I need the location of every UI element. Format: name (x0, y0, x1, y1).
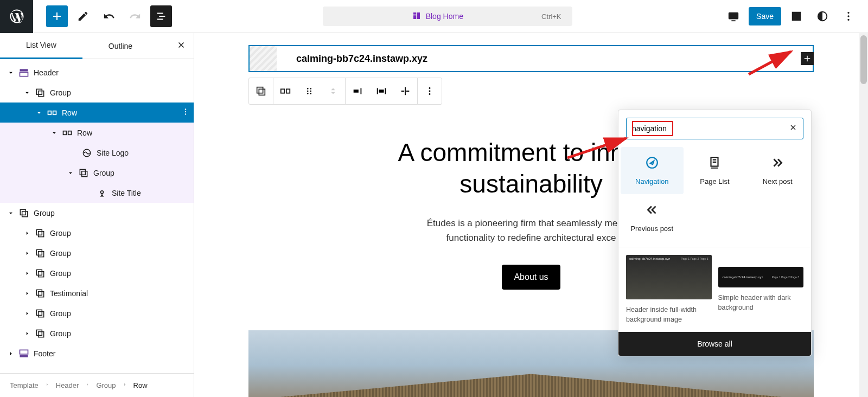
tree-item-label: Site Title (112, 189, 141, 197)
sidebar-tabs: List View Outline (0, 33, 194, 59)
styles-button[interactable] (812, 5, 833, 27)
undo-button[interactable] (98, 5, 120, 27)
justify-button[interactable] (346, 78, 369, 104)
list-view-toggle[interactable] (150, 5, 172, 27)
editor-canvas[interactable]: calming-bb7c24.instawp.xyz (194, 33, 868, 397)
block-toolbar (248, 78, 442, 105)
tree-item-row-selected[interactable]: Row (0, 103, 194, 123)
inserter-block-page-list[interactable]: Page List (684, 147, 746, 194)
svg-rect-7 (36, 89, 42, 94)
chevron-down-icon (67, 169, 74, 177)
tree-item-row[interactable]: Row (0, 123, 194, 143)
shortcut-hint: Ctrl+K (541, 12, 561, 21)
svg-point-51 (429, 87, 431, 89)
pages-icon (707, 156, 722, 170)
save-button[interactable]: Save (749, 7, 781, 25)
tree-item-group[interactable]: Group (0, 243, 194, 263)
tree-item-group[interactable]: Group (0, 82, 194, 103)
undo-icon (103, 10, 115, 22)
document-title-label: Blog Home (426, 12, 463, 21)
tree-item-header[interactable]: Header (0, 62, 194, 82)
view-button[interactable] (723, 5, 744, 27)
svg-rect-21 (22, 211, 28, 216)
breadcrumb-item[interactable]: Group (96, 381, 116, 389)
site-logo-placeholder[interactable] (250, 46, 277, 71)
svg-rect-24 (36, 249, 42, 255)
inserter-pattern-2[interactable]: calming-bb7c24.instawp.xyzPage 1 Page 2 … (718, 255, 804, 324)
row-icon (279, 85, 291, 97)
block-inserter-popover: Navigation Page List Next post Previous … (618, 110, 812, 356)
tree-item-group[interactable]: Group (0, 163, 194, 183)
clear-search-button[interactable] (789, 123, 797, 134)
inserter-pattern-1[interactable]: calming-bb7c24.instawp.xyzPage 1 Page 2 … (626, 255, 712, 324)
sidebar-close-button[interactable] (176, 40, 186, 52)
inserter-search-field[interactable] (626, 118, 803, 139)
tab-outline[interactable]: Outline (82, 33, 158, 59)
browse-all-button[interactable]: Browse all (618, 332, 811, 356)
document-title-button[interactable]: Blog Home Ctrl+K (323, 7, 572, 26)
block-appender-button[interactable] (801, 52, 814, 65)
svg-rect-10 (53, 111, 56, 114)
block-tree: Header Group Row Row Site Logo (0, 59, 194, 373)
group-block-icon (35, 288, 46, 299)
wordpress-icon (9, 8, 25, 24)
tree-item-group[interactable]: Group (0, 203, 194, 223)
plus-icon (50, 10, 63, 23)
chevron-down-icon (23, 89, 31, 97)
tree-item-footer[interactable]: Footer (0, 343, 194, 363)
inserter-block-label: Previous post (630, 225, 673, 233)
pencil-icon (77, 10, 89, 22)
redo-button[interactable] (124, 5, 146, 27)
more-vertical-icon (181, 107, 190, 117)
wp-logo-button[interactable] (0, 0, 33, 33)
tree-item-site-title[interactable]: Site Title (0, 183, 194, 203)
inserter-block-next-post[interactable]: Next post (746, 147, 809, 194)
tree-item-label: Group (50, 249, 71, 258)
tree-item-label: Group (50, 88, 71, 97)
svg-rect-25 (39, 251, 44, 257)
scrollbar-thumb[interactable] (860, 35, 867, 84)
inserter-block-label: Next post (763, 177, 793, 185)
breadcrumb-item[interactable]: Template (10, 381, 39, 389)
block-type-button[interactable] (249, 78, 273, 104)
options-button[interactable] (838, 5, 859, 27)
tab-list-view[interactable]: List View (0, 33, 82, 59)
inserter-block-navigation[interactable]: Navigation (621, 147, 684, 194)
tools-button[interactable] (72, 5, 94, 27)
tree-item-testimonial[interactable]: Testimonial (0, 283, 194, 303)
inserter-block-label: Page List (700, 177, 729, 185)
group-block-icon (35, 308, 46, 319)
inserter-block-previous-post[interactable]: Previous post (621, 194, 684, 241)
block-options-button[interactable] (418, 78, 442, 104)
footer-block-icon (18, 348, 29, 359)
align-button[interactable] (369, 78, 393, 104)
breadcrumb-item[interactable]: Header (56, 381, 79, 389)
tree-item-site-logo[interactable]: Site Logo (0, 143, 194, 163)
scrollbar-track[interactable] (859, 33, 868, 397)
tree-item-options[interactable] (181, 107, 190, 118)
row-variation-button[interactable] (273, 78, 297, 104)
inserter-search-input[interactable] (632, 124, 784, 133)
width-button[interactable] (393, 78, 417, 104)
drag-handle[interactable] (297, 78, 321, 104)
tree-item-group[interactable]: Group (0, 323, 194, 343)
settings-sidebar-toggle[interactable] (786, 5, 807, 27)
svg-rect-26 (36, 270, 42, 275)
inserter-block-label: Navigation (635, 177, 668, 185)
tree-item-group[interactable]: Group (0, 223, 194, 243)
chevron-right-icon (23, 270, 31, 277)
tree-item-group[interactable]: Group (0, 263, 194, 283)
svg-rect-31 (39, 311, 44, 317)
double-chevron-right-icon (770, 156, 784, 170)
chevron-right-icon (122, 381, 128, 389)
svg-point-53 (429, 93, 431, 95)
about-us-button[interactable]: About us (502, 265, 560, 290)
svg-rect-48 (379, 89, 384, 93)
header-row-block[interactable]: calming-bb7c24.instawp.xyz (248, 45, 814, 72)
block-inserter-button[interactable] (46, 5, 68, 27)
svg-point-43 (310, 91, 311, 92)
block-movers[interactable] (321, 78, 345, 104)
site-title-text[interactable]: calming-bb7c24.instawp.xyz (296, 53, 427, 65)
tree-item-group[interactable]: Group (0, 303, 194, 323)
breadcrumb-item[interactable]: Row (133, 381, 148, 389)
